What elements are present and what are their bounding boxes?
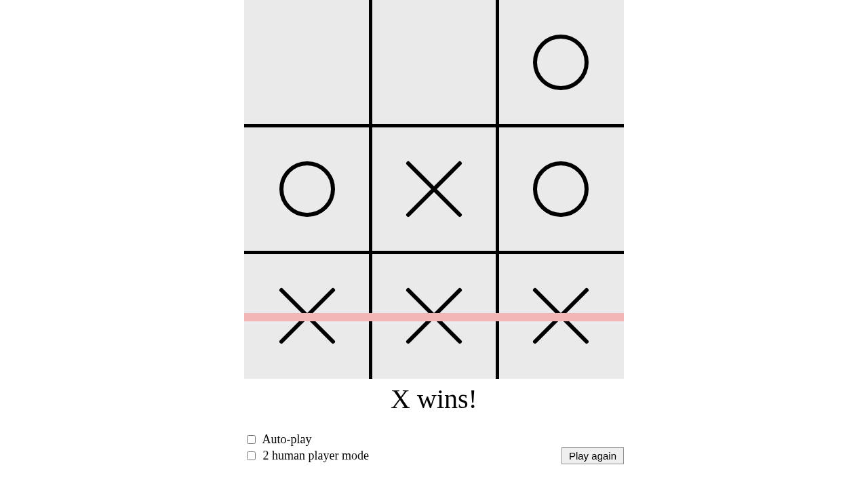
- cell-1-2[interactable]: [497, 126, 624, 253]
- autoplay-option[interactable]: Auto-play: [244, 431, 369, 447]
- two-human-label: 2 human player mode: [263, 449, 369, 462]
- o-mark-icon: [527, 28, 595, 96]
- play-again-button[interactable]: Play again: [561, 447, 624, 464]
- two-human-checkbox[interactable]: [247, 451, 256, 460]
- cell-0-1[interactable]: [371, 0, 498, 126]
- cell-1-0[interactable]: [244, 126, 371, 253]
- two-human-option[interactable]: 2 human player mode: [244, 447, 369, 464]
- o-mark-icon: [273, 155, 341, 223]
- winning-line: [244, 313, 624, 321]
- game-board: [244, 0, 624, 379]
- status-text: X wins!: [244, 383, 624, 415]
- svg-point-4: [535, 163, 587, 215]
- x-mark-icon: [400, 155, 468, 223]
- svg-point-0: [535, 37, 587, 88]
- svg-point-1: [281, 163, 333, 215]
- autoplay-checkbox[interactable]: [247, 435, 256, 444]
- cell-1-1[interactable]: [371, 126, 498, 253]
- o-mark-icon: [527, 155, 595, 223]
- cell-0-0[interactable]: [244, 0, 371, 126]
- cell-0-2[interactable]: [497, 0, 624, 126]
- options: Auto-play 2 human player mode: [244, 431, 369, 464]
- controls-row: Auto-play 2 human player mode Play again: [244, 431, 624, 464]
- autoplay-label: Auto-play: [262, 432, 312, 446]
